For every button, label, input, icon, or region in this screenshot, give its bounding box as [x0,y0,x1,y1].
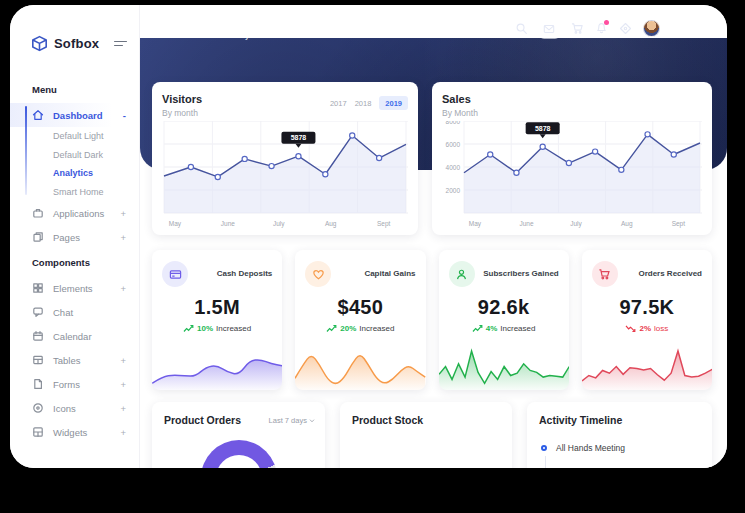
sidebar-item-tables[interactable]: Tables+ [10,348,139,372]
target-icon [32,402,44,414]
sidebar-group-icons: Icons+ [10,396,139,420]
notifications-bell-icon[interactable] [595,22,608,35]
sidebar-item-chat[interactable]: Chat [10,300,139,324]
expand-icon: + [120,208,126,219]
sidebar-subitem-smart-home[interactable]: Smart Home [10,183,139,202]
sparkline-orders [582,344,712,390]
svg-text:8000: 8000 [446,121,461,125]
year-2018[interactable]: 2018 [355,99,372,108]
sidebar-item-forms[interactable]: Forms+ [10,372,139,396]
sidebar-menu: MenuDashboard-Default LightDefault DarkA… [10,76,139,444]
heart-icon [305,261,331,287]
product-orders-filter[interactable]: Last 7 days [269,416,315,425]
sidebar: Sofbox MenuDashboard-Default LightDefaul… [10,5,140,468]
sidebar-group-elements: Elements+ [10,276,139,300]
trend-down-icon [625,324,636,333]
chevron-down-icon [706,26,713,31]
expand-icon: + [120,427,126,438]
sidebar-section-menu: Menu [10,76,139,103]
stat-label: Orders Received [638,261,702,278]
chart-month-label: June [221,220,235,227]
sparkline-cash-deposits [152,344,282,390]
page-title: Analytics [152,13,262,27]
chart-month-label: Sept [672,220,686,228]
expand-icon: + [120,355,126,366]
chart-tooltip: 5878 [281,131,315,147]
sidebar-group-forms: Forms+ [10,372,139,396]
orders-donut-chart [201,440,277,468]
sidebar-toggle-icon[interactable] [114,38,127,49]
timeline-item[interactable]: All Hands Meeting [539,443,700,453]
chart-tooltip: 5878 [526,122,560,138]
sidebar-group-applications: Applications+ [10,201,139,225]
app-window: Sofbox MenuDashboard-Default LightDefaul… [10,5,727,468]
year-2017[interactable]: 2017 [330,99,347,108]
logo-text: Sofbox [54,36,99,51]
expand-icon: - [123,110,126,121]
table-icon [32,354,44,366]
product-stock-title: Product Stock [352,414,500,426]
cart-icon [592,261,618,287]
chart-month-label: May [469,220,482,228]
stat-label: Subscribers Gained [483,261,559,278]
sofbox-logo-icon [31,35,48,52]
product-stock-card: Product Stock [340,402,512,468]
year-2019[interactable]: 2019 [379,96,408,110]
visitors-year-selector: 201720182019 [330,96,408,110]
file-icon [32,378,44,390]
sidebar-group-dashboard: Dashboard-Default LightDefault DarkAnaly… [10,103,139,201]
sparkline-subscribers [439,344,569,390]
user-icon [449,261,475,287]
sidebar-item-dashboard[interactable]: Dashboard- [10,103,139,127]
sidebar-item-icons[interactable]: Icons+ [10,396,139,420]
logo[interactable]: Sofbox [10,5,139,52]
chart-month-label: May [169,220,182,228]
sales-title: Sales [442,93,702,105]
cart-icon[interactable] [571,22,584,35]
search-icon[interactable] [515,22,528,35]
expand-icon: + [120,403,126,414]
stat-change: 20% Increased [305,324,415,333]
sidebar-subitem-analytics[interactable]: Analytics [10,164,139,183]
sidebar-item-calendar[interactable]: Calendar [10,324,139,348]
stat-value: $450 [305,296,415,319]
stat-label: Cash Deposits [217,261,273,278]
sidebar-group-widgets: Widgets+ [10,420,139,444]
sidebar-item-pages[interactable]: Pages+ [10,225,139,249]
svg-text:5878: 5878 [291,134,307,141]
sidebar-item-applications[interactable]: Applications+ [10,201,139,225]
sidebar-item-elements[interactable]: Elements+ [10,276,139,300]
notification-dot [604,20,609,25]
timeline-bullet-icon [541,445,547,451]
user-avatar[interactable] [643,20,660,37]
trend-up-icon [183,324,194,333]
chart-month-label: July [273,220,285,228]
user-menu[interactable]: Hi John [671,24,713,34]
grid-icon [32,282,44,294]
sales-card: Sales By Month 80006000400020005878MayJu… [432,82,712,235]
sidebar-subitem-default-dark[interactable]: Default Dark [10,146,139,165]
stat-change: 2% loss [592,324,702,333]
sidebar-subitem-default-light[interactable]: Default Light [10,127,139,146]
sales-chart[interactable]: 80006000400020005878MayJuneJulyAugSept [442,121,702,235]
sales-subtitle: By Month [442,108,702,118]
expand-icon: + [120,379,126,390]
navigation-icon[interactable] [619,22,632,35]
sidebar-item-widgets[interactable]: Widgets+ [10,420,139,444]
mail-icon[interactable] [539,18,560,39]
widgets-icon [32,426,44,438]
breadcrumb[interactable]: Home > Dashboard > Analytics [152,31,262,40]
stat-change: 10% Increased [162,324,272,333]
chart-month-label: June [519,220,533,227]
visitors-chart[interactable]: 5878MayJuneJulyAugSept [162,121,408,235]
user-greeting: Hi John [671,24,702,34]
topbar: Analytics Home > Dashboard > Analytics H… [140,5,727,40]
sparkline-capital-gains [295,344,425,390]
product-orders-card: Product Orders Last 7 days [152,402,325,468]
expand-icon: + [120,283,126,294]
chart-month-label: Aug [621,220,633,228]
chat-icon [32,306,44,318]
chart-month-label: Aug [325,220,337,228]
stat-card-cash-deposits: Cash Deposits 1.5M 10% Increased [152,250,282,390]
sidebar-group-tables: Tables+ [10,348,139,372]
